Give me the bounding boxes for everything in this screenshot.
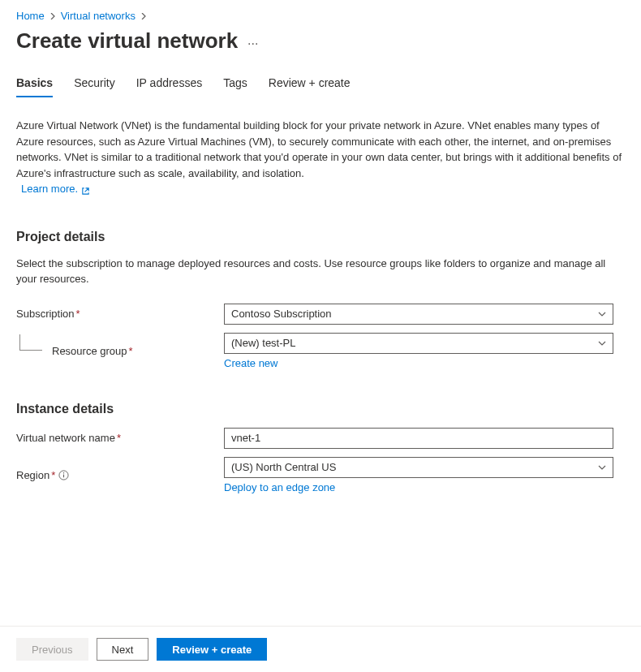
footer-actions: Previous Next Review + create	[0, 626, 641, 672]
page-title: Create virtual network	[16, 28, 238, 54]
review-create-button[interactable]: Review + create	[157, 638, 267, 661]
subscription-label: Subscription	[16, 308, 75, 320]
required-indicator: *	[51, 469, 55, 481]
required-indicator: *	[129, 345, 133, 357]
required-indicator: *	[117, 432, 121, 444]
region-select[interactable]	[224, 457, 613, 478]
chevron-right-icon	[140, 11, 147, 21]
previous-button: Previous	[16, 638, 88, 661]
svg-point-1	[63, 472, 64, 472]
tab-basics[interactable]: Basics	[16, 76, 53, 97]
tab-security[interactable]: Security	[74, 76, 115, 97]
create-new-link[interactable]: Create new	[224, 357, 277, 369]
required-indicator: *	[76, 308, 80, 320]
tab-ip-addresses[interactable]: IP addresses	[136, 76, 202, 97]
tab-review-create[interactable]: Review + create	[269, 76, 351, 97]
project-details-heading: Project details	[16, 230, 625, 244]
learn-more-link[interactable]: Learn more.	[21, 181, 90, 197]
info-icon[interactable]	[58, 470, 69, 480]
external-link-icon	[81, 184, 90, 193]
vnet-name-input[interactable]	[224, 428, 613, 449]
more-actions-button[interactable]: ···	[247, 32, 258, 51]
breadcrumb-virtual-networks[interactable]: Virtual networks	[61, 10, 136, 22]
next-button[interactable]: Next	[97, 638, 149, 661]
instance-details-heading: Instance details	[16, 402, 625, 416]
breadcrumb: Home Virtual networks	[16, 10, 625, 22]
project-details-desc: Select the subscription to manage deploy…	[16, 256, 625, 287]
resource-group-label: Resource group	[52, 345, 127, 357]
tree-connector	[19, 334, 42, 351]
tab-tags[interactable]: Tags	[223, 76, 247, 97]
vnet-name-label: Virtual network name	[16, 432, 115, 444]
deploy-edge-zone-link[interactable]: Deploy to an edge zone	[224, 481, 335, 493]
resource-group-select[interactable]	[224, 333, 613, 354]
breadcrumb-home[interactable]: Home	[16, 10, 45, 22]
subscription-select[interactable]	[224, 304, 613, 325]
chevron-right-icon	[49, 11, 56, 21]
vnet-description: Azure Virtual Network (VNet) is the fund…	[16, 118, 625, 197]
tabs: Basics Security IP addresses Tags Review…	[16, 76, 625, 98]
region-label: Region	[16, 469, 49, 481]
